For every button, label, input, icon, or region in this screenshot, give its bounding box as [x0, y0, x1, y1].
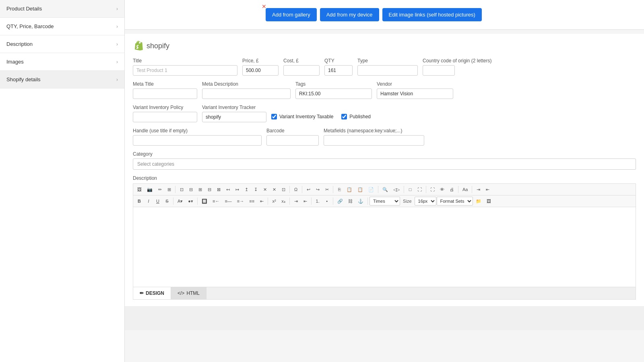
inv-tracker-input[interactable] [202, 112, 266, 122]
toolbar-btn-subscript[interactable]: x₂ [279, 197, 288, 206]
sidebar-item-qty-price-barcode[interactable]: QTY, Price, Barcode› [0, 18, 124, 35]
inv-policy-label: Variant Inventory Policy [133, 105, 197, 110]
toolbar-btn-highlight[interactable]: ●▾ [186, 197, 196, 206]
category-select[interactable]: Select categories [133, 158, 636, 170]
add-gallery-button[interactable]: Add from gallery [266, 8, 317, 21]
checkbox-group: Variant Inventory Taxable Published [271, 114, 371, 119]
toolbar-btn-font-color[interactable]: A▾ [175, 197, 185, 206]
toolbar-btn-undo[interactable]: ↩ [304, 185, 313, 194]
toolbar-btn-image[interactable]: 🖼 [135, 185, 144, 194]
toolbar-btn-bold[interactable]: B [135, 197, 144, 206]
toolbar-btn-rtl[interactable]: ⇤ [483, 185, 492, 194]
tab-html[interactable]: </> HTML [171, 287, 206, 299]
qty-input[interactable] [324, 65, 353, 76]
toolbar-btn-copy[interactable]: ⎘ [335, 185, 344, 194]
toolbar-btn-show-blocks[interactable]: □ [406, 185, 415, 194]
handle-group: Handle (use title if empty) [133, 128, 262, 146]
toolbar-btn-edit[interactable]: ✏ [155, 185, 164, 194]
add-device-button[interactable]: Add from my device [320, 8, 379, 21]
toolbar-btn-row-before[interactable]: ↥ [242, 185, 251, 194]
barcode-input[interactable] [266, 135, 319, 146]
toolbar-btn-fullscreen[interactable]: ⛶ [428, 185, 437, 194]
close-button[interactable]: ✕ [262, 3, 266, 10]
toolbar-btn-border[interactable]: ⊠ [214, 185, 223, 194]
country-input[interactable] [423, 65, 455, 76]
toolbar-btn-rtl[interactable]: ⇤ [257, 197, 266, 206]
metafields-label: Metafields (namespace:key:value;...) [324, 128, 424, 134]
inv-policy-input[interactable] [133, 112, 197, 122]
price-input[interactable] [242, 65, 279, 76]
toolbar-btn-col-before[interactable]: ↤ [223, 185, 232, 194]
toolbar-btn-col-after[interactable]: ↦ [233, 185, 242, 194]
tags-input[interactable] [295, 88, 372, 99]
toolbar-btn-spellcheck[interactable]: Aa [460, 185, 470, 194]
toolbar-btn-anchor[interactable]: ⚓ [355, 197, 366, 206]
toolbar-btn-italic[interactable]: I [144, 197, 153, 206]
toolbar-btn-block-quote[interactable]: 🔲 [199, 197, 210, 206]
category-group: Category Select categories [133, 151, 636, 170]
metafields-input[interactable] [324, 135, 424, 146]
toolbar-extra-0[interactable]: 📁 [473, 197, 484, 206]
toolbar-btn-preview[interactable]: 👁 [438, 185, 447, 194]
toolbar-btn-ltr[interactable]: ⇥ [474, 185, 483, 194]
toolbar-btn-del-row[interactable]: ✕ [270, 185, 279, 194]
editor-area[interactable] [133, 207, 636, 287]
format-sets-select[interactable]: Format Sets [437, 197, 473, 206]
meta-title-input[interactable] [133, 88, 197, 99]
toolbar-btn-strikethrough[interactable]: S [163, 197, 171, 206]
toolbar-btn-paste[interactable]: 📋 [344, 185, 355, 194]
font-size-select[interactable]: 8px10px12px14px16px18px24px32px [415, 197, 436, 206]
toolbar-divider [268, 197, 268, 205]
vendor-group: Vendor [377, 81, 453, 99]
toolbar-btn-table-cell[interactable]: ⊡ [177, 185, 186, 194]
toolbar-btn-outdent[interactable]: ⇤ [301, 197, 310, 206]
toolbar-btn-special-chars[interactable]: Ω [291, 185, 300, 194]
toolbar-btn-align-left[interactable]: ≡← [210, 197, 222, 206]
font-family-select[interactable]: TimesArialHelveticaCourier [369, 197, 400, 206]
toolbar-btn-justify[interactable]: ≡≡ [247, 197, 257, 206]
toolbar-btn-find[interactable]: 🔍 [380, 185, 390, 194]
toolbar-btn-align-center[interactable]: ≡— [222, 197, 234, 206]
cost-input[interactable] [283, 65, 320, 76]
toolbar-btn-table[interactable]: ⊞ [165, 185, 173, 194]
toolbar-btn-superscript[interactable]: x² [270, 197, 279, 206]
toolbar-btn-row-after[interactable]: ↧ [251, 185, 260, 194]
meta-desc-input[interactable] [202, 88, 291, 99]
toolbar-btn-underline[interactable]: U [153, 197, 162, 206]
type-input[interactable] [357, 65, 418, 76]
vendor-input[interactable] [377, 88, 453, 99]
toolbar-btn-split-h[interactable]: ⊞ [196, 185, 204, 194]
handle-input[interactable] [133, 135, 262, 146]
toolbar-btn-cut[interactable]: ✂ [322, 185, 331, 194]
toolbar-btn-indent[interactable]: ⇥ [291, 197, 300, 206]
inv-taxable-checkbox[interactable] [271, 114, 277, 119]
toolbar-btn-redo[interactable]: ↪ [313, 185, 322, 194]
edit-links-button[interactable]: Edit image links (self hosted pictures) [382, 8, 482, 21]
toolbar-btn-ordered-list[interactable]: 1. [313, 197, 322, 206]
toolbar-btn-print[interactable]: 🖨 [447, 185, 456, 194]
toolbar-btn-split-v[interactable]: ⊟ [205, 185, 214, 194]
toolbar-btn-paste-text[interactable]: 📋 [355, 185, 365, 194]
toolbar-btn-maximize[interactable]: ⛶ [415, 185, 424, 194]
form-row-1: Title Price, £ Cost, £ QTY Type Country … [133, 58, 636, 76]
toolbar-btn-unordered-list[interactable]: • [322, 197, 331, 206]
toolbar-btn-picture[interactable]: 📷 [144, 185, 155, 194]
meta-title-label: Meta Title [133, 81, 197, 87]
toolbar-btn-merge[interactable]: ⊟ [186, 185, 195, 194]
published-checkbox[interactable] [341, 114, 347, 119]
tab-design[interactable]: ✏ DESIGN [133, 287, 171, 299]
toolbar-btn-unlink[interactable]: ⛓ [346, 197, 355, 206]
toolbar-btn-del-col[interactable]: ✕ [260, 185, 269, 194]
toolbar-btn-align-right[interactable]: ≡→ [235, 197, 246, 206]
title-input[interactable] [133, 65, 237, 76]
toolbar-btn-link[interactable]: 🔗 [335, 197, 345, 206]
toolbar-btn-paste-word[interactable]: 📄 [366, 185, 376, 194]
sidebar-item-shopify-details[interactable]: Shopify details› [0, 71, 124, 88]
toolbar-btn-source[interactable]: ◁▷ [391, 185, 402, 194]
sidebar-item-images[interactable]: Images› [0, 53, 124, 71]
sidebar-item-description[interactable]: Description› [0, 35, 124, 53]
handle-label: Handle (use title if empty) [133, 128, 262, 134]
sidebar-item-product-details[interactable]: Product Details› [0, 0, 124, 18]
toolbar-extra-1[interactable]: 🖼 [484, 197, 493, 206]
toolbar-btn-del-table[interactable]: ⊡ [279, 185, 288, 194]
